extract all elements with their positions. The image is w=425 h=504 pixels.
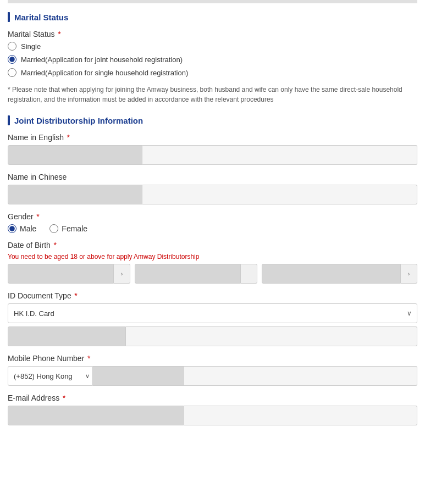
name-english-input-wrapper (8, 145, 417, 165)
joint-section-bar (8, 115, 10, 125)
id-document-select[interactable]: HK I.D. Card Passport (8, 303, 417, 323)
page-container: Marital Status Marital Status * Single M… (0, 0, 425, 444)
marital-status-single[interactable]: Single (8, 42, 417, 51)
gender-female[interactable]: Female (49, 224, 87, 233)
required-star-phone: * (87, 354, 90, 363)
section-header-bar (8, 12, 10, 22)
mobile-phone-label: Mobile Phone Number * (8, 354, 417, 363)
dob-notice: You need to be aged 18 or above for appl… (8, 253, 417, 261)
phone-area-input[interactable] (93, 366, 184, 386)
required-star-email: * (63, 394, 65, 402)
radio-male[interactable] (8, 224, 16, 233)
radio-married-single[interactable] (8, 68, 16, 77)
required-star-gender: * (36, 212, 39, 221)
dob-year-btn[interactable]: › (401, 264, 417, 284)
gender-radio-group: Male Female (8, 224, 417, 233)
required-star-id: * (74, 291, 77, 300)
marital-status-field: Marital Status * Single Married(Applicat… (8, 30, 417, 77)
dob-day-wrap (135, 264, 257, 284)
dob-year-wrap: › (262, 264, 417, 284)
email-row (8, 406, 417, 425)
name-chinese-input-wrapper (8, 185, 417, 204)
dob-year-input[interactable] (262, 264, 401, 284)
phone-country-select[interactable]: (+852) Hong Kong (8, 366, 93, 386)
gender-male[interactable]: Male (8, 224, 36, 233)
radio-married-single-label: Married(Application for single household… (21, 69, 188, 77)
dob-month-input[interactable] (8, 264, 114, 284)
radio-single-label: Single (21, 42, 41, 51)
name-english-last-input[interactable] (142, 145, 417, 165)
dob-month-btn[interactable]: › (114, 264, 130, 284)
marital-status-notice: * Please note that when applying for joi… (8, 85, 417, 104)
name-chinese-label: Name in Chinese (8, 173, 417, 181)
dob-day-btn[interactable] (241, 264, 257, 284)
marital-status-radio-group: Single Married(Application for joint hou… (8, 42, 417, 77)
id-inputs-row (8, 326, 417, 346)
mobile-phone-field: Mobile Phone Number * (+852) Hong Kong ∨ (8, 354, 417, 386)
gender-field: Gender * Male Female (8, 212, 417, 233)
id-document-dropdown-wrapper: HK I.D. Card Passport ∨ (8, 303, 417, 323)
radio-single[interactable] (8, 42, 16, 51)
radio-female[interactable] (49, 224, 58, 233)
id-number-right-input[interactable] (126, 326, 417, 346)
phone-row: (+852) Hong Kong ∨ (8, 366, 417, 386)
marital-status-title: Marital Status (14, 13, 68, 22)
id-document-label: ID Document Type * (8, 291, 417, 300)
required-star-name-en: * (67, 133, 70, 142)
name-chinese-first-input[interactable] (8, 185, 142, 204)
radio-married-joint[interactable] (8, 55, 16, 64)
dob-inputs-row: › › (8, 264, 417, 284)
dob-day-input[interactable] (135, 264, 241, 284)
name-chinese-field: Name in Chinese (8, 173, 417, 204)
marital-status-section-header: Marital Status (8, 12, 417, 22)
gender-male-label: Male (20, 224, 36, 233)
phone-country-wrapper: (+852) Hong Kong ∨ (8, 366, 93, 386)
required-star: * (58, 30, 60, 38)
name-english-label: Name in English * (8, 133, 417, 142)
marital-status-married-single[interactable]: Married(Application for single household… (8, 68, 417, 77)
email-right-input[interactable] (184, 406, 417, 425)
top-bar (8, 0, 417, 3)
radio-married-joint-label: Married(Application for joint household … (21, 56, 183, 64)
gender-female-label: Female (62, 224, 87, 233)
gender-label: Gender * (8, 212, 417, 221)
email-field: E-mail Address * (8, 394, 417, 425)
name-english-field: Name in English * (8, 133, 417, 165)
phone-number-input[interactable] (184, 366, 417, 386)
name-english-first-input[interactable] (8, 145, 142, 165)
email-left-input[interactable] (8, 406, 184, 425)
dob-month-wrap: › (8, 264, 130, 284)
joint-distributorship-title: Joint Distributorship Information (14, 116, 143, 125)
dob-field: Date of Birth * You need to be aged 18 o… (8, 241, 417, 284)
joint-distributorship-section-header: Joint Distributorship Information (8, 115, 417, 125)
required-star-dob: * (53, 241, 56, 250)
marital-status-married-joint[interactable]: Married(Application for joint household … (8, 55, 417, 64)
dob-label: Date of Birth * (8, 241, 417, 250)
email-label: E-mail Address * (8, 394, 417, 402)
name-chinese-last-input[interactable] (142, 185, 417, 204)
marital-status-label: Marital Status * (8, 30, 417, 38)
id-document-field: ID Document Type * HK I.D. Card Passport… (8, 291, 417, 346)
id-number-left-input[interactable] (8, 326, 126, 346)
